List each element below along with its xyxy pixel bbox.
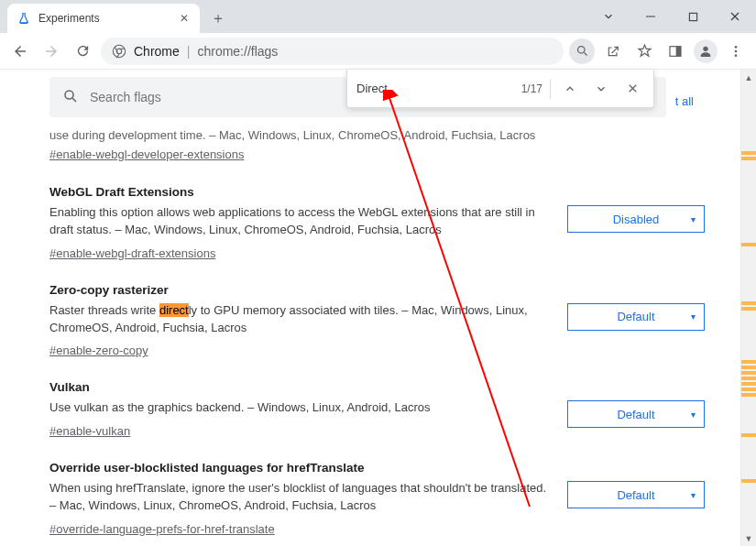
- share-icon[interactable]: [600, 38, 626, 64]
- flag-item: WebGL Draft Extensions Enabling this opt…: [49, 185, 707, 261]
- side-panel-icon[interactable]: [663, 38, 688, 64]
- flag-dropdown[interactable]: Disabled ▾: [567, 205, 705, 233]
- flag-dropdown[interactable]: Default ▾: [567, 400, 705, 428]
- find-close-button[interactable]: [620, 77, 644, 101]
- flag-item: Override user-blocklisted languages for …: [49, 461, 707, 537]
- svg-point-10: [65, 91, 73, 99]
- titlebar: Experiments ✕ ＋: [0, 0, 756, 33]
- svg-point-3: [577, 47, 585, 54]
- flag-title: WebGL Draft Extensions: [49, 185, 549, 199]
- close-window-icon[interactable]: [719, 4, 751, 29]
- flag-hash-link[interactable]: #enable-webgl-draft-extensions: [49, 246, 215, 260]
- flag-hash-link[interactable]: #override-language-prefs-for-href-transl…: [49, 522, 275, 536]
- back-button[interactable]: [7, 38, 33, 64]
- flask-icon: [16, 11, 31, 26]
- flag-desc: Raster threads write directly to GPU mem…: [49, 302, 549, 337]
- window-controls: [593, 0, 751, 33]
- flag-hash-link[interactable]: #enable-zero-copy: [49, 344, 148, 357]
- tab-title: Experiments: [38, 12, 170, 25]
- flag-title: Override user-blocklisted languages for …: [49, 461, 549, 475]
- dropdown-value: Default: [617, 488, 654, 502]
- flag-dropdown[interactable]: Default ▾: [567, 303, 705, 331]
- svg-point-9: [735, 54, 738, 57]
- find-input[interactable]: [356, 82, 514, 95]
- dropdown-value: Default: [617, 408, 654, 421]
- flag-title: Vulkan: [49, 380, 549, 394]
- svg-point-8: [735, 49, 738, 52]
- chevron-down-icon: ▾: [691, 214, 696, 224]
- flag-hash-link[interactable]: #enable-vulkan: [49, 424, 130, 438]
- flag-title: Zero-copy rasterizer: [49, 283, 549, 297]
- flag-desc: Enabling this option allows web applicat…: [49, 204, 549, 239]
- find-count: 1/17: [521, 82, 542, 95]
- forward-button[interactable]: [38, 38, 64, 64]
- reload-button[interactable]: [70, 38, 95, 64]
- chevron-down-icon: ▾: [691, 410, 696, 420]
- chevron-down-icon: ▾: [691, 490, 696, 500]
- reset-all-button[interactable]: Reset all: [675, 86, 707, 115]
- close-tab-icon[interactable]: ✕: [178, 12, 191, 25]
- address-bar[interactable]: Chrome | chrome://flags: [101, 38, 564, 65]
- chevron-down-icon: ▾: [691, 311, 696, 322]
- url-origin: Chrome: [134, 44, 180, 59]
- chrome-icon: [112, 44, 126, 59]
- menu-icon[interactable]: [723, 38, 749, 64]
- bookmark-icon[interactable]: [631, 38, 657, 64]
- find-in-page-icon[interactable]: [569, 38, 595, 64]
- toolbar-actions: [569, 38, 749, 64]
- dropdown-value: Default: [617, 310, 654, 323]
- separator: [550, 79, 551, 99]
- svg-point-7: [735, 46, 738, 49]
- truncated-desc: use during development time. – Mac, Wind…: [49, 128, 707, 142]
- flag-item: Vulkan Use vulkan as the graphics backen…: [49, 380, 707, 439]
- chevron-down-icon[interactable]: [593, 4, 624, 29]
- toolbar: Chrome | chrome://flags: [0, 33, 756, 70]
- find-next-button[interactable]: [589, 77, 613, 101]
- url-path: chrome://flags: [197, 44, 278, 59]
- svg-rect-5: [676, 46, 681, 56]
- dropdown-value: Disabled: [613, 213, 660, 226]
- flag-desc: When using hrefTranslate, ignore the use…: [49, 480, 549, 515]
- svg-rect-0: [689, 13, 696, 20]
- minimize-icon[interactable]: [635, 4, 666, 29]
- highlight-match: direct: [159, 303, 189, 317]
- url-separator: |: [187, 44, 191, 59]
- find-bar: 1/17: [346, 70, 654, 108]
- flag-hash-link[interactable]: #enable-webgl-developer-extensions: [49, 147, 244, 161]
- new-tab-button[interactable]: ＋: [205, 5, 231, 31]
- svg-point-6: [703, 46, 707, 50]
- browser-tab[interactable]: Experiments ✕: [7, 4, 200, 33]
- maximize-icon[interactable]: [677, 4, 708, 29]
- flag-dropdown[interactable]: Default ▾: [567, 481, 705, 508]
- find-prev-button[interactable]: [558, 77, 582, 101]
- flag-desc: Use vulkan as the graphics backend. – Wi…: [49, 399, 549, 417]
- flag-item: Zero-copy rasterizer Raster threads writ…: [49, 283, 707, 359]
- page-content: Reset all use during development time. –…: [0, 73, 756, 546]
- search-icon: [62, 88, 81, 106]
- profile-avatar[interactable]: [694, 39, 718, 63]
